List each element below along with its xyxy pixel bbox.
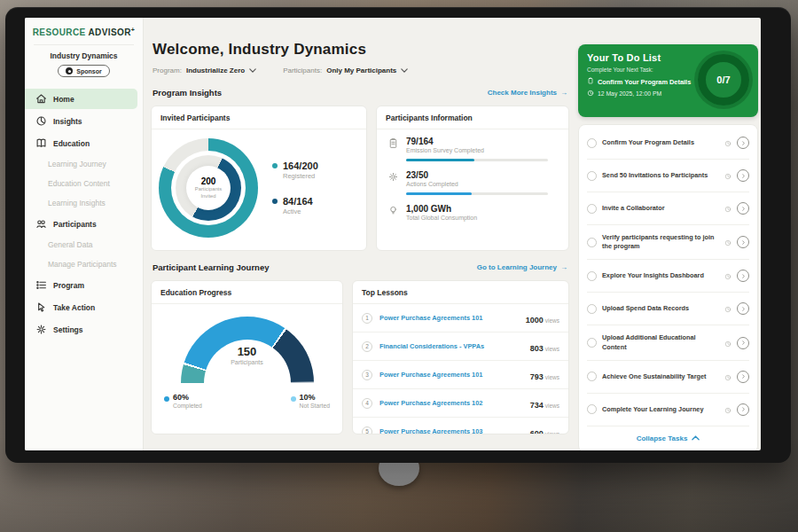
sidebar-item-program[interactable]: Program — [25, 275, 137, 295]
task-open-button[interactable] — [737, 302, 749, 315]
task-row-invite-collaborator[interactable]: Invite a Collaborator — [587, 192, 749, 225]
participants-icon — [35, 218, 47, 230]
progress-track — [406, 159, 548, 161]
survey-icon — [387, 137, 399, 161]
task-open-button[interactable] — [737, 270, 749, 282]
participants-dropdown[interactable]: Participants: Only My Participants — [283, 66, 408, 74]
task-checkbox[interactable] — [587, 171, 597, 181]
main-content: Welcome, Industry Dynamics Program: Indu… — [144, 18, 576, 450]
page-title: Welcome, Industry Dynamics — [153, 41, 569, 59]
program-dropdown[interactable]: Program: Industrialize Zero — [153, 66, 256, 74]
lesson-link[interactable]: Power Purchase Agreements 101 — [379, 371, 523, 379]
task-checkbox[interactable] — [587, 138, 597, 148]
legend-dot — [272, 163, 278, 168]
task-row-send-invitations[interactable]: Send 50 Invitations to Participants — [587, 160, 749, 192]
clock-icon — [724, 402, 732, 418]
insights-icon — [35, 115, 47, 127]
legend-label: Registered — [283, 172, 318, 180]
arrow-right-icon: → — [560, 263, 567, 271]
lesson-link[interactable]: Power Purchase Agreements 103 — [379, 427, 523, 434]
task-row-verify-participants[interactable]: Verify participants requesting to join t… — [587, 225, 749, 260]
lesson-views-suffix: views — [545, 346, 559, 352]
progress-track — [406, 192, 548, 195]
task-open-button[interactable] — [737, 403, 749, 416]
lesson-row: 3 Power Purchase Agreements 101 793views — [353, 361, 568, 389]
task-open-button[interactable] — [737, 337, 749, 349]
lesson-views-count: 1000 — [526, 316, 544, 325]
learning-journey-header: Participant Learning Journey Go to Learn… — [153, 262, 567, 272]
lesson-views-count: 803 — [530, 344, 544, 353]
task-checkbox[interactable] — [587, 404, 597, 414]
program-insights-header: Program Insights Check More Insights → — [153, 88, 567, 98]
section-title: Program Insights — [153, 88, 222, 98]
task-checkbox[interactable] — [587, 204, 597, 214]
stat-value: 23/50 — [406, 170, 548, 180]
sidebar-item-home[interactable]: Home — [25, 89, 137, 109]
task-row-upload-spend-data[interactable]: Upload Spend Data Records — [587, 293, 749, 325]
task-open-button[interactable] — [737, 137, 749, 149]
task-row-complete-learning-journey[interactable]: Complete Your Learning Journey — [587, 394, 749, 426]
lesson-row: 1 Power Purchase Agreements 101 1000view… — [353, 304, 568, 332]
task-row-explore-insights[interactable]: Explore Your Insights Dashboard — [587, 260, 749, 293]
stat-value: 79/164 — [406, 137, 548, 146]
lesson-link[interactable]: Power Purchase Agreements 101 — [379, 314, 519, 322]
lesson-rank: 3 — [362, 370, 372, 380]
legend-value: 164/200 — [283, 160, 318, 171]
sidebar-item-education[interactable]: Education — [25, 133, 137, 153]
clock-icon — [724, 301, 732, 317]
sidebar-item-label: Take Action — [53, 303, 95, 312]
lesson-link[interactable]: Financial Considerations - VPPAs — [379, 342, 523, 350]
collapse-tasks-link[interactable]: Collapse Tasks — [587, 426, 749, 450]
lesson-link[interactable]: Power Purchase Agreements 102 — [379, 399, 523, 407]
lesson-views-count: 793 — [530, 372, 544, 381]
task-label: Explore Your Insights Dashboard — [602, 271, 719, 280]
task-checkbox[interactable] — [587, 338, 597, 348]
task-label: Upload Spend Data Records — [602, 304, 719, 313]
sidebar-item-label: Insights — [53, 117, 82, 126]
sidebar-item-learning-insights[interactable]: Learning Insights — [25, 194, 137, 212]
link-label: Check More Insights — [488, 89, 557, 97]
sidebar-item-general-data[interactable]: General Data — [25, 236, 137, 254]
sidebar-item-learning-journey[interactable]: Learning Journey — [25, 155, 137, 173]
sidebar-item-education-content[interactable]: Education Content — [25, 175, 137, 192]
sidebar-item-label: Participants — [53, 220, 97, 229]
filters-row: Program: Industrialize Zero Participants… — [153, 66, 569, 74]
app-window: RESOURCE ADVISOR+ Industry Dynamics Spon… — [25, 18, 761, 450]
task-open-button[interactable] — [737, 371, 749, 383]
task-row-confirm-program[interactable]: Confirm Your Program Details — [587, 127, 749, 160]
lesson-rank: 2 — [362, 341, 372, 352]
task-open-button[interactable] — [737, 202, 749, 215]
lesson-views-suffix: views — [545, 317, 559, 324]
section-title: Participant Learning Journey — [153, 262, 269, 272]
sidebar-item-settings[interactable]: Settings — [25, 319, 137, 340]
sidebar-item-label: Settings — [53, 325, 83, 334]
sidebar-divider — [34, 44, 134, 45]
task-label: Upload Additional Educational Content — [602, 333, 719, 351]
task-row-upload-educational-content[interactable]: Upload Additional Educational Content — [587, 325, 749, 360]
task-checkbox[interactable] — [587, 304, 597, 314]
task-checkbox[interactable] — [587, 372, 597, 381]
task-checkbox[interactable] — [587, 271, 597, 281]
task-open-button[interactable] — [737, 236, 749, 248]
sidebar-item-insights[interactable]: Insights — [25, 111, 137, 131]
sidebar-item-label: Education — [53, 139, 90, 148]
gauge-center-label: Participants — [181, 359, 314, 365]
sidebar-item-manage-participants[interactable]: Manage Participants — [25, 255, 137, 273]
clock-icon — [724, 335, 732, 351]
sidebar: RESOURCE ADVISOR+ Industry Dynamics Spon… — [25, 18, 144, 450]
go-to-learning-journey-link[interactable]: Go to Learning Journey → — [477, 263, 567, 271]
legend-label: Active — [283, 207, 313, 215]
check-more-insights-link[interactable]: Check More Insights → — [488, 89, 567, 97]
stat-label: Emission Survey Completed — [406, 147, 548, 153]
task-label: Send 50 Invitations to Participants — [602, 171, 719, 180]
task-checkbox[interactable] — [587, 238, 597, 247]
task-row-achieve-sustainability-target[interactable]: Achieve One Sustainability Target — [587, 361, 749, 394]
education-gauge-chart: 150 Participants — [181, 317, 314, 384]
legend-value: 84/164 — [283, 196, 313, 207]
program-icon — [35, 279, 47, 291]
todo-progress-ring: 0/7 — [698, 54, 749, 106]
sidebar-item-participants[interactable]: Participants — [25, 214, 137, 234]
task-open-button[interactable] — [737, 169, 749, 182]
sidebar-item-take-action[interactable]: Take Action — [25, 297, 137, 317]
lesson-views-count: 734 — [530, 401, 544, 410]
